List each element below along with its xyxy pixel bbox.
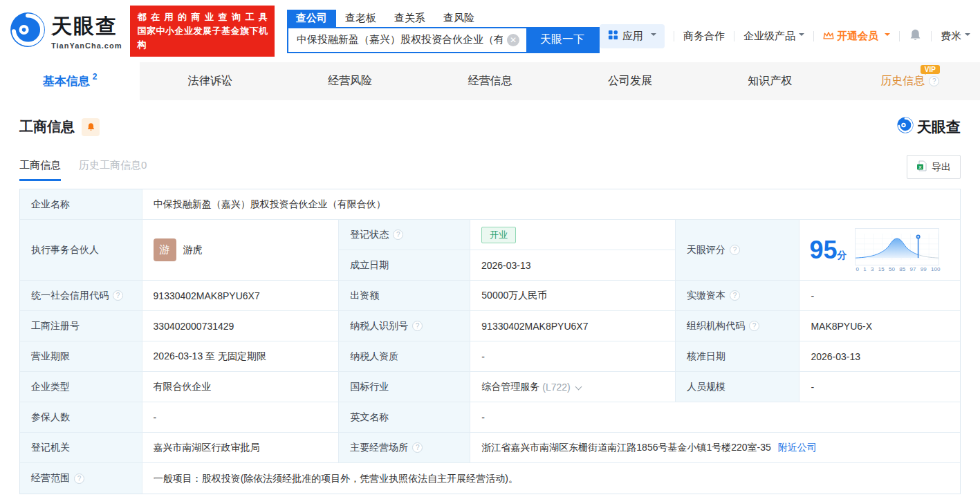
english-name-value: - xyxy=(470,402,960,433)
tab-operating-info[interactable]: 经营信息 xyxy=(420,62,560,100)
tab-intellectual-property[interactable]: 知识产权 xyxy=(700,62,840,100)
field-label: 实缴资本 xyxy=(676,281,799,311)
search-button[interactable]: 天眼一下 xyxy=(526,28,598,52)
tick-label: 99 xyxy=(921,266,927,272)
search-area: 查公司 查老板 查关系 查风险 天眼一下 xyxy=(287,10,600,53)
search-box: 天眼一下 xyxy=(287,27,600,53)
chevron-down-icon xyxy=(965,33,970,39)
search-tab-company[interactable]: 查公司 xyxy=(287,10,336,27)
subtab-business-info[interactable]: 工商信息 xyxy=(19,159,61,181)
business-scope-value: 一般项目：股权投资(除依法须经批准的项目外，凭营业执照依法自主开展经营活动)。 xyxy=(142,463,960,494)
nearby-companies-link[interactable]: 附近公司 xyxy=(778,442,817,454)
table-subrow: 成立日期 2026-03-13 xyxy=(339,250,675,280)
nav-enterprise-products[interactable]: 企业级产品 xyxy=(743,30,804,43)
section-title: 工商信息 xyxy=(19,118,75,136)
score-value: 95 xyxy=(809,236,837,264)
approval-date-value: 2026-03-13 xyxy=(799,341,960,372)
field-label: 英文名称 xyxy=(339,402,470,433)
search-tabs: 查公司 查老板 查关系 查风险 xyxy=(287,10,600,27)
brand-logo[interactable]: 天眼查 TianYanCha.com xyxy=(10,12,122,50)
avatar[interactable]: 游 xyxy=(154,238,176,261)
label-text: 实缴资本 xyxy=(687,290,725,302)
address-value: 浙江省嘉兴市南湖区东栅街道南江路1856号基金小镇1号楼220室-35 xyxy=(481,442,771,454)
field-label: 纳税人识别号 xyxy=(339,311,470,341)
subtab-history-business-info[interactable]: 历史工商信息0 xyxy=(79,159,147,181)
field-label: 人员规模 xyxy=(676,372,799,402)
taxpayer-id-value: 91330402MAK8PYU6X7 xyxy=(470,311,676,341)
field-label: 登记机关 xyxy=(20,433,142,463)
field-label: 国标行业 xyxy=(339,372,470,402)
paid-capital-value: - xyxy=(799,281,960,311)
divider xyxy=(931,31,932,41)
divider xyxy=(674,31,674,41)
question-icon[interactable] xyxy=(749,321,759,331)
notification-bell-icon[interactable] xyxy=(909,28,922,44)
score-unit: 分 xyxy=(837,250,847,261)
partner-name-link[interactable]: 游虎 xyxy=(183,244,203,256)
status-badge: 开业 xyxy=(481,227,516,243)
score-distribution-chart: 0131550859799100 xyxy=(855,228,941,272)
table-row: 经营范围 一般项目：股权投资(除依法须经批准的项目外，凭营业执照依法自主开展经营… xyxy=(20,463,960,494)
field-label: 统一社会信用代码 xyxy=(20,281,142,311)
tick-label: 85 xyxy=(899,266,905,272)
question-icon[interactable] xyxy=(74,473,84,484)
question-icon[interactable] xyxy=(730,245,740,255)
subscribe-bell-icon[interactable] xyxy=(82,118,100,136)
question-icon[interactable] xyxy=(929,76,939,86)
search-tab-boss[interactable]: 查老板 xyxy=(336,10,385,27)
search-tab-relation[interactable]: 查关系 xyxy=(385,10,434,27)
field-label: 主要经营场所 xyxy=(339,433,470,463)
tab-label: 公司发展 xyxy=(608,74,652,88)
table-row: 统一社会信用代码 91330402MAK8PYU6X7 出资额 50000万人民… xyxy=(20,281,960,311)
search-input[interactable] xyxy=(288,28,526,52)
status-date-block: 登记状态 开业 成立日期 2026-03-13 xyxy=(339,220,676,281)
establish-date-value: 2026-03-13 xyxy=(470,250,675,280)
content: 工商信息 天眼查 工商信息 xyxy=(0,117,980,494)
org-code-value: MAK8PYU6-X xyxy=(799,311,960,341)
chevron-down-icon[interactable] xyxy=(575,384,582,391)
tick-label: 100 xyxy=(931,266,940,272)
company-type-value: 有限合伙企业 xyxy=(142,372,340,402)
tianyan-score-cell: 95分 xyxy=(799,220,960,281)
search-tab-risk[interactable]: 查风险 xyxy=(434,10,483,27)
export-button[interactable]: x 导出 xyxy=(907,155,961,179)
industry-name: 综合管理服务 xyxy=(481,381,539,393)
tab-legal-proceedings[interactable]: 法律诉讼 xyxy=(140,62,279,100)
tab-history-info[interactable]: VIP 历史信息 xyxy=(840,62,980,100)
question-icon[interactable] xyxy=(730,290,740,301)
clear-search-icon[interactable] xyxy=(507,34,519,46)
tab-count: 2 xyxy=(93,72,98,82)
question-icon[interactable] xyxy=(412,321,423,331)
staff-size-value: - xyxy=(799,372,960,402)
tab-label: 历史信息 xyxy=(880,74,925,88)
brand-subtitle: TianYanCha.com xyxy=(51,41,122,50)
vip-label: 开通会员 xyxy=(837,30,878,43)
field-label: 核准日期 xyxy=(676,341,799,372)
nav-business-coop[interactable]: 商务合作 xyxy=(683,30,725,43)
company-name-value: 中保投融新盈（嘉兴）股权投资合伙企业（有限合伙） xyxy=(142,189,960,220)
tab-company-development[interactable]: 公司发展 xyxy=(560,62,700,100)
apps-label: 应用 xyxy=(622,30,643,43)
question-icon[interactable] xyxy=(113,290,123,301)
apps-button[interactable]: 应用 xyxy=(600,24,665,48)
table-row: 执行事务合伙人 游 游虎 登记状态 开业 成立日期 xyxy=(20,220,960,281)
tick-label: 3 xyxy=(871,266,873,272)
registration-status-cell: 开业 xyxy=(470,220,675,250)
question-icon[interactable] xyxy=(412,442,423,453)
tab-basic-info[interactable]: 基本信息 2 xyxy=(0,62,140,100)
field-label: 天眼评分 xyxy=(676,220,799,281)
open-vip-button[interactable]: 开通会员 xyxy=(823,30,890,43)
tab-label: 经营风险 xyxy=(328,74,372,88)
score-chart-ticks: 0131550859799100 xyxy=(855,265,941,272)
user-menu[interactable]: 费米 xyxy=(941,30,970,43)
tab-operating-risk[interactable]: 经营风险 xyxy=(280,62,420,100)
registration-number-value: 330402000731429 xyxy=(142,311,340,341)
label-text: 纳税人识别号 xyxy=(350,320,408,332)
chevron-down-icon xyxy=(885,33,890,39)
chevron-down-icon xyxy=(651,33,656,39)
tab-label: 知识产权 xyxy=(748,74,792,88)
field-label: 出资额 xyxy=(339,281,470,311)
question-icon[interactable] xyxy=(393,229,403,240)
industry-value: 综合管理服务 (L722) xyxy=(470,372,676,402)
field-label: 组织机构代码 xyxy=(676,311,799,341)
